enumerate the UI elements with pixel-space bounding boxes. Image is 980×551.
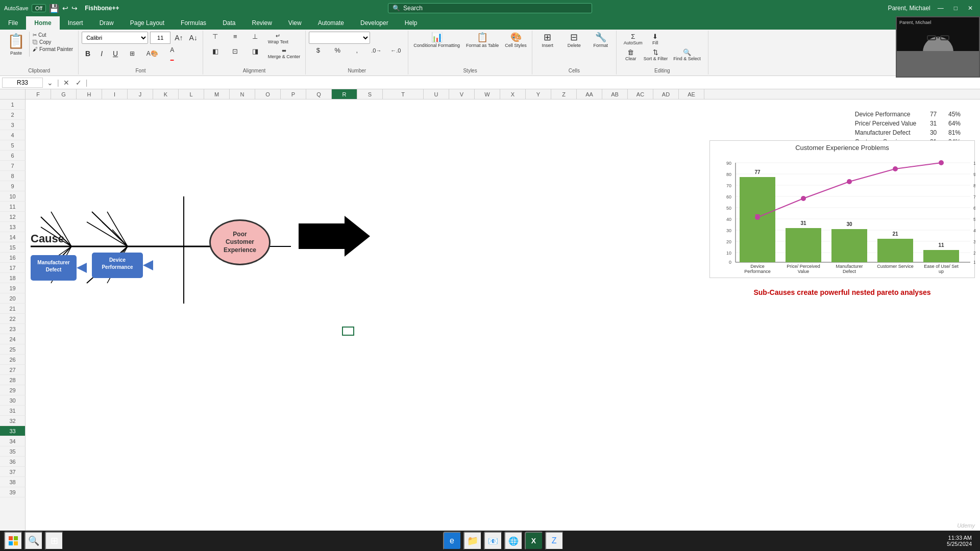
align-bottom-btn[interactable]: ⊥: [246, 32, 264, 45]
align-top-btn[interactable]: ⊤: [206, 32, 225, 45]
files-btn[interactable]: 📁: [463, 532, 482, 550]
excel-btn[interactable]: X: [525, 532, 543, 550]
decrease-decimal-btn[interactable]: ←.0: [386, 46, 405, 55]
row-num-29[interactable]: 29: [0, 385, 26, 395]
cell-reference[interactable]: [2, 78, 43, 88]
font-grow-btn[interactable]: A↑: [173, 33, 185, 43]
col-x[interactable]: X: [500, 89, 526, 99]
col-p[interactable]: P: [281, 89, 306, 99]
row-num-22[interactable]: 22: [0, 314, 26, 324]
outlook-btn[interactable]: 📧: [484, 532, 502, 550]
sort-filter-btn[interactable]: ⇅ Sort & Filter: [642, 47, 670, 62]
row-num-11[interactable]: 11: [0, 202, 26, 212]
row-num-17[interactable]: 17: [0, 263, 26, 273]
col-w[interactable]: W: [475, 89, 500, 99]
conditional-formatting-btn[interactable]: 📊 Conditional Formatting: [411, 32, 462, 49]
copy-button[interactable]: ⿻ Copy: [31, 39, 75, 45]
edge-btn[interactable]: e: [443, 532, 461, 550]
col-j[interactable]: J: [128, 89, 153, 99]
tab-draw[interactable]: Draw: [91, 16, 122, 30]
underline-btn[interactable]: U: [109, 48, 121, 59]
fill-color-btn[interactable]: A🎨: [143, 49, 161, 58]
row-num-14[interactable]: 14: [0, 232, 26, 242]
align-right-btn[interactable]: ◨: [246, 46, 264, 60]
tab-insert[interactable]: Insert: [60, 16, 91, 30]
bold-btn[interactable]: B: [82, 48, 94, 59]
row-num-9[interactable]: 9: [0, 181, 26, 191]
row-num-33[interactable]: 33: [0, 426, 26, 436]
increase-decimal-btn[interactable]: .0→: [367, 46, 385, 55]
row-num-10[interactable]: 10: [0, 191, 26, 202]
formula-input[interactable]: [89, 79, 978, 86]
row-num-25[interactable]: 25: [0, 344, 26, 355]
format-painter-button[interactable]: 🖌 Format Painter: [31, 46, 75, 53]
wrap-text-btn[interactable]: ↵ Wrap Text: [266, 32, 290, 45]
row-num-21[interactable]: 21: [0, 304, 26, 314]
font-name-select[interactable]: Calibri: [82, 32, 148, 44]
col-v[interactable]: V: [449, 89, 475, 99]
row-num-3[interactable]: 3: [0, 120, 26, 130]
percent-btn[interactable]: %: [328, 45, 347, 55]
col-ad[interactable]: AD: [653, 89, 679, 99]
search-taskbar-btn[interactable]: 🔍: [24, 532, 43, 550]
minimize-btn[interactable]: —: [935, 4, 947, 13]
merge-center-btn[interactable]: ⬌ Merge & Center: [266, 46, 303, 60]
clear-btn[interactable]: 🗑 Clear: [622, 47, 640, 62]
row-num-35[interactable]: 35: [0, 446, 26, 457]
row-num-19[interactable]: 19: [0, 283, 26, 293]
row-num-1[interactable]: 1: [0, 99, 26, 110]
row-num-38[interactable]: 38: [0, 477, 26, 487]
format-btn[interactable]: 🔧 Format: [589, 32, 613, 49]
tab-formulas[interactable]: Formulas: [173, 16, 214, 30]
cell-styles-btn[interactable]: 🎨 Cell Styles: [503, 32, 529, 49]
tab-help[interactable]: Help: [397, 16, 426, 30]
row-num-27[interactable]: 27: [0, 365, 26, 375]
start-btn[interactable]: [4, 532, 22, 550]
row-num-28[interactable]: 28: [0, 375, 26, 385]
number-format-select[interactable]: Currency: [309, 32, 370, 44]
spreadsheet[interactable]: Cause Effect Manufacturer Defect Device …: [0, 99, 980, 534]
row-num-7[interactable]: 7: [0, 161, 26, 171]
tab-file[interactable]: File: [0, 16, 26, 30]
col-ae[interactable]: AE: [679, 89, 704, 99]
border-btn[interactable]: ⊞: [123, 49, 141, 58]
row-num-34[interactable]: 34: [0, 436, 26, 446]
tab-data[interactable]: Data: [214, 16, 243, 30]
tab-view[interactable]: View: [280, 16, 310, 30]
tab-page-layout[interactable]: Page Layout: [122, 16, 173, 30]
col-ab[interactable]: AB: [602, 89, 628, 99]
row-num-8[interactable]: 8: [0, 171, 26, 181]
tab-developer[interactable]: Developer: [352, 16, 397, 30]
row-num-2[interactable]: 2: [0, 110, 26, 120]
col-s[interactable]: S: [357, 89, 383, 99]
paste-button[interactable]: 📋 Paste: [3, 32, 30, 57]
col-i[interactable]: I: [102, 89, 128, 99]
chrome-btn[interactable]: 🌐: [504, 532, 523, 550]
col-q[interactable]: Q: [306, 89, 332, 99]
col-h[interactable]: H: [77, 89, 102, 99]
row-num-6[interactable]: 6: [0, 151, 26, 161]
undo-icon[interactable]: ↩: [62, 4, 68, 12]
format-table-btn[interactable]: 📋 Format as Table: [464, 32, 501, 49]
task-view-btn[interactable]: ⊞: [45, 532, 63, 550]
row-num-4[interactable]: 4: [0, 130, 26, 140]
save-icon[interactable]: 💾: [49, 4, 59, 13]
col-z[interactable]: Z: [551, 89, 577, 99]
autosum-btn[interactable]: Σ AutoSum: [622, 32, 645, 46]
find-select-btn[interactable]: 🔍 Find & Select: [671, 47, 703, 62]
row-num-12[interactable]: 12: [0, 212, 26, 222]
row-num-37[interactable]: 37: [0, 467, 26, 477]
col-o[interactable]: O: [255, 89, 281, 99]
fill-btn[interactable]: ⬇ Fill: [646, 32, 665, 46]
cancel-formula-btn[interactable]: ✕: [61, 78, 71, 88]
col-y[interactable]: Y: [526, 89, 551, 99]
insert-btn[interactable]: ⊞ Insert: [535, 32, 560, 49]
align-middle-btn[interactable]: ≡: [226, 32, 244, 45]
autosave-toggle[interactable]: Off: [32, 4, 46, 12]
font-shrink-btn[interactable]: A↓: [187, 33, 199, 43]
row-num-20[interactable]: 20: [0, 293, 26, 304]
col-g[interactable]: G: [51, 89, 77, 99]
italic-btn[interactable]: I: [95, 48, 108, 59]
row-num-24[interactable]: 24: [0, 334, 26, 344]
row-num-5[interactable]: 5: [0, 140, 26, 151]
